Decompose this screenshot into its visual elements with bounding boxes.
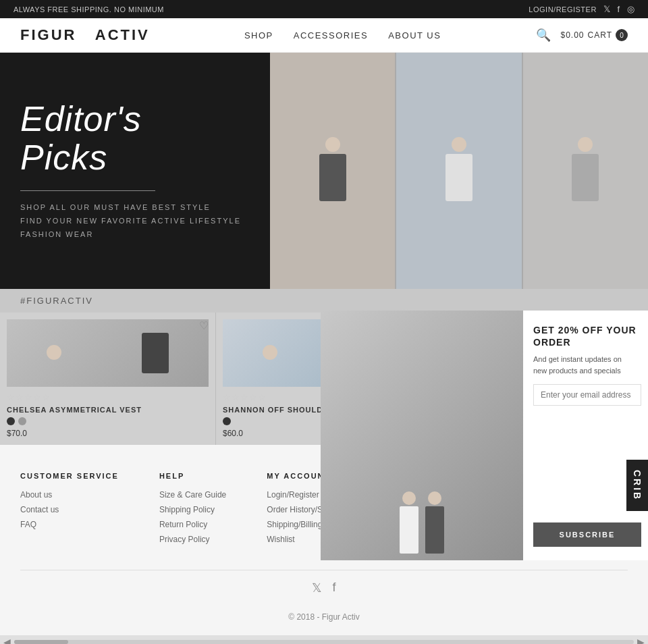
popup-photo	[321, 311, 523, 560]
footer-size[interactable]: Size & Care Guide	[159, 490, 226, 500]
p2-body	[425, 506, 444, 554]
hero-title-line1: Editor's	[20, 99, 142, 138]
top-bar: ALWAYS FREE SHIPPING. NO MINIMUM LOGIN/R…	[0, 0, 648, 18]
logo-part1: FIGUR	[20, 26, 76, 43]
crib-label: CRIB	[632, 470, 643, 501]
nav-accessories[interactable]: ACCESSORIES	[294, 30, 368, 41]
footer-copyright: © 2018 - Figur Activ	[20, 606, 628, 622]
product-thumb-2	[396, 53, 522, 289]
scroll-left-btn[interactable]: ◀	[3, 637, 11, 644]
popup-subscribe-button[interactable]: SUBSCRIBE	[533, 522, 641, 547]
product-price-1: $70.0	[7, 429, 209, 438]
hashtag-bar: #FIGURACTIV	[0, 289, 648, 313]
scroll-thumb[interactable]	[14, 640, 68, 644]
hero-section: Editor's Picks SHOP ALL OUR MUST HAVE BE…	[0, 53, 648, 289]
person-1	[400, 491, 418, 554]
header: FIGUR ACTIV SHOP ACCESSORIES ABOUT US 🔍 …	[0, 18, 648, 53]
top-bar-right: LOGIN/REGISTER 𝕏 f ◎	[529, 4, 634, 14]
footer-social: 𝕏 f	[20, 581, 628, 595]
popup-content: GET 20% OFF YOUR ORDER And get instant u…	[533, 324, 641, 412]
search-icon[interactable]: 🔍	[536, 28, 551, 43]
footer-help-heading: HELP	[159, 472, 226, 480]
footer-about[interactable]: About us	[20, 490, 119, 500]
person-2	[425, 491, 444, 554]
color-black-2[interactable]	[223, 417, 231, 425]
p2-head	[428, 491, 441, 505]
popup-subtitle-line1: And get instant updates on	[533, 355, 622, 363]
copyright-text: © 2018 - Figur Activ	[288, 612, 360, 622]
p1-head	[402, 491, 416, 505]
cart-price: $0.00	[561, 30, 585, 40]
hero-title-line2: Picks	[20, 138, 107, 177]
footer-faq[interactable]: FAQ	[20, 520, 119, 529]
product-name-1: CHELSEA ASYMMETRICAL VEST	[7, 406, 209, 414]
color-gray-1[interactable]	[18, 417, 26, 425]
footer-facebook-icon[interactable]: f	[332, 581, 335, 595]
hero-divider	[20, 190, 155, 191]
product-placeholder-1	[7, 319, 209, 387]
logo[interactable]: FIGUR ACTIV	[20, 26, 150, 44]
popup-subtitle: And get instant updates on new products …	[533, 354, 641, 376]
login-register-link[interactable]: LOGIN/REGISTER	[529, 5, 597, 14]
two-persons	[400, 491, 444, 554]
popup-form: GET 20% OFF YOUR ORDER And get instant u…	[523, 311, 648, 560]
shipping-text: ALWAYS FREE SHIPPING. NO MINIMUM	[14, 5, 164, 14]
footer-privacy[interactable]: Privacy Policy	[159, 535, 226, 544]
logo-part2: ACTIV	[95, 26, 150, 43]
hero-title: Editor's Picks	[20, 100, 250, 177]
hero-left: Editor's Picks SHOP ALL OUR MUST HAVE BE…	[0, 53, 270, 289]
scroll-right-btn[interactable]: ▶	[637, 637, 645, 644]
footer-twitter-icon[interactable]: 𝕏	[312, 581, 322, 595]
hero-subtitle: SHOP ALL OUR MUST HAVE BEST STYLE FIND Y…	[20, 201, 250, 241]
footer-cs-heading: CUSTOMER SERVICE	[20, 472, 119, 480]
p1-body	[400, 506, 418, 554]
hero-text: Editor's Picks SHOP ALL OUR MUST HAVE BE…	[20, 100, 250, 242]
product-image-1	[7, 319, 209, 387]
footer-help: HELP Size & Care Guide Shipping Policy R…	[159, 472, 226, 549]
cart-count: 0	[616, 29, 628, 41]
cart-area[interactable]: $0.00 CART 0	[561, 29, 628, 41]
email-popup: GET 20% OFF YOUR ORDER And get instant u…	[321, 311, 648, 560]
footer-return[interactable]: Return Policy	[159, 520, 226, 529]
popup-title: GET 20% OFF YOUR ORDER	[533, 324, 641, 348]
popup-image	[321, 311, 523, 560]
main-nav: SHOP ACCESSORIES ABOUT US	[244, 30, 441, 41]
product-image-strip	[270, 53, 648, 289]
popup-email-input[interactable]	[533, 384, 641, 406]
hashtag-text: #FIGURACTIV	[20, 296, 93, 306]
popup-subtitle-line2: new products and specials	[533, 367, 621, 375]
header-right: 🔍 $0.00 CART 0	[536, 28, 628, 43]
color-black-1[interactable]	[7, 417, 15, 425]
crib-badge[interactable]: CRIB	[626, 460, 648, 511]
nav-about[interactable]: ABOUT US	[388, 30, 441, 41]
scroll-track[interactable]	[14, 640, 634, 644]
footer-shipping[interactable]: Shipping Policy	[159, 505, 226, 514]
product-thumb-1	[270, 53, 396, 289]
footer-contact[interactable]: Contact us	[20, 505, 119, 514]
nav-shop[interactable]: SHOP	[244, 30, 273, 41]
product-thumb-3	[523, 53, 648, 289]
color-dots-1	[7, 417, 209, 425]
stars-1: ☆☆☆☆☆	[7, 392, 209, 402]
hero-image-area	[270, 53, 648, 289]
cart-label: CART	[588, 30, 612, 40]
hero-subtitle-line2: FIND YOUR NEW FAVORITE ACTIVE LIFESTYLE …	[20, 217, 241, 238]
product-card-1: ♡ ☆☆☆☆☆ CHELSEA ASYMMETRICAL VEST $70.0	[0, 313, 216, 445]
facebook-icon[interactable]: f	[617, 4, 620, 14]
hero-right	[270, 53, 648, 289]
footer-divider	[20, 570, 628, 570]
scrollbar-area: ◀ ▶	[0, 635, 648, 644]
instagram-icon[interactable]: ◎	[627, 4, 635, 14]
footer-customer-service: CUSTOMER SERVICE About us Contact us FAQ	[20, 472, 119, 549]
hero-subtitle-line1: SHOP ALL OUR MUST HAVE BEST STYLE	[20, 203, 211, 211]
twitter-icon[interactable]: 𝕏	[603, 4, 611, 14]
wishlist-icon-1[interactable]: ♡	[199, 319, 209, 332]
